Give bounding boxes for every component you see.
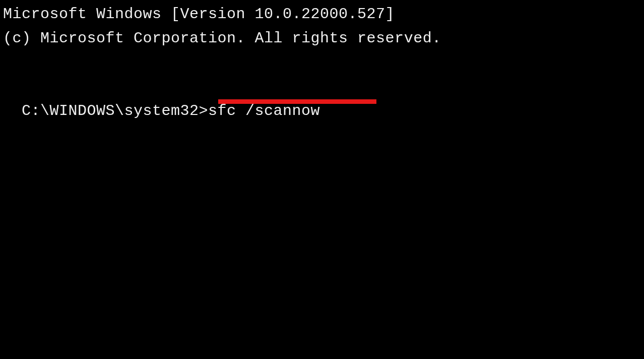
command-prompt-line[interactable]: C:\WINDOWS\system32>sfc /scannow: [3, 75, 320, 147]
blank-line: [3, 50, 641, 75]
red-underline-annotation: [218, 99, 376, 104]
copyright-line: (c) Microsoft Corporation. All rights re…: [3, 26, 641, 50]
version-line: Microsoft Windows [Version 10.0.22000.52…: [3, 2, 641, 26]
command-input[interactable]: sfc /scannow: [208, 102, 320, 119]
prompt-path: C:\WINDOWS\system32>: [22, 102, 208, 119]
